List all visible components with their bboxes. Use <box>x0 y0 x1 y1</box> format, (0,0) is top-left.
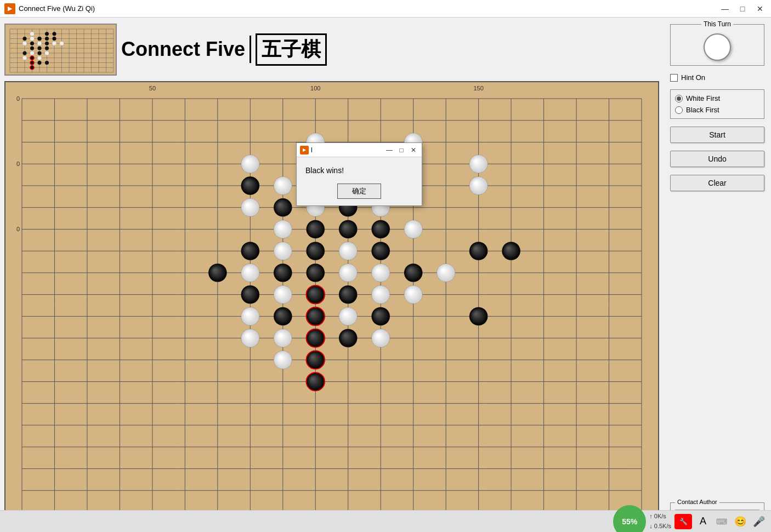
main-content: Connect Five 五子棋 This Turn Hint On White <box>0 18 771 532</box>
white-first-row: White First <box>675 94 759 102</box>
titlebar-left: ▶ Connect Five (Wu Zi Qi) <box>4 3 95 14</box>
net-down: ↓ 0.5K/s <box>649 522 671 531</box>
hint-row: Hint On <box>670 73 764 82</box>
hint-checkbox[interactable] <box>670 74 678 82</box>
dialog-body: Black wins! 确定 <box>297 157 422 205</box>
radio-group: White First Black First <box>670 89 764 119</box>
win-dialog: ▶ l — □ ✕ Black wins! 确定 <box>296 142 422 206</box>
title-separator <box>250 36 251 63</box>
undo-button[interactable]: Undo <box>670 151 764 167</box>
dialog-minimize[interactable]: — <box>384 145 394 155</box>
tray-icon-5[interactable]: 🎤 <box>751 514 767 529</box>
minimize-button[interactable]: — <box>718 2 732 15</box>
tray-icon-2[interactable]: A <box>695 514 711 529</box>
contact-author-label: Contact Author <box>675 499 719 505</box>
hint-label: Hint On <box>681 73 705 82</box>
maximize-button[interactable]: □ <box>736 2 749 15</box>
header-area: Connect Five 五子棋 <box>4 22 659 77</box>
white-first-label: White First <box>686 94 720 102</box>
cpu-percent: 55% <box>622 517 637 526</box>
tray-icon-3[interactable]: ⌨ <box>714 514 729 529</box>
left-panel: Connect Five 五子棋 <box>0 18 664 532</box>
window-title: Connect Five (Wu Zi Qi) <box>19 4 95 13</box>
start-button[interactable]: Start <box>670 127 764 143</box>
dialog-maximize[interactable]: □ <box>396 145 406 155</box>
title-chinese: 五子棋 <box>256 33 327 66</box>
close-button[interactable]: ✕ <box>753 2 767 15</box>
app-icon: ▶ <box>4 3 15 14</box>
dialog-controls: — □ ✕ <box>384 145 418 155</box>
title-english: Connect Five <box>121 38 245 61</box>
dialog-ok-button[interactable]: 确定 <box>337 184 381 199</box>
net-up: ↑ 0K/s <box>649 512 671 522</box>
mini-board <box>4 24 117 76</box>
black-first-radio[interactable] <box>675 106 683 114</box>
title-bar: ▶ Connect Five (Wu Zi Qi) — □ ✕ <box>0 0 771 18</box>
this-turn-stone <box>704 33 731 61</box>
dialog-message: Black wins! <box>305 166 413 175</box>
taskbar: 55% ↑ 0K/s ↓ 0.5K/s 🔧 A ⌨ 😊 🎤 <box>0 510 771 532</box>
black-first-label: Black First <box>686 106 719 114</box>
dialog-title: l <box>311 146 313 154</box>
right-panel: This Turn Hint On White First Black Firs… <box>664 18 771 532</box>
network-stats: ↑ 0K/s ↓ 0.5K/s <box>649 512 671 531</box>
dialog-close[interactable]: ✕ <box>409 145 418 155</box>
game-title-area: Connect Five 五子棋 <box>121 33 327 66</box>
tray-icon-4[interactable]: 😊 <box>733 514 748 529</box>
this-turn-label: This Turn <box>701 20 733 28</box>
tray-icon-1[interactable]: 🔧 <box>674 514 692 529</box>
this-turn-box: This Turn <box>670 24 764 66</box>
dialog-titlebar: ▶ l — □ ✕ <box>297 143 422 157</box>
titlebar-controls: — □ ✕ <box>718 2 767 15</box>
dialog-title-left: ▶ l <box>300 146 313 155</box>
clear-button[interactable]: Clear <box>670 175 764 191</box>
white-first-radio[interactable] <box>675 95 683 102</box>
black-first-row: Black First <box>675 106 759 114</box>
dialog-app-icon: ▶ <box>300 146 309 155</box>
